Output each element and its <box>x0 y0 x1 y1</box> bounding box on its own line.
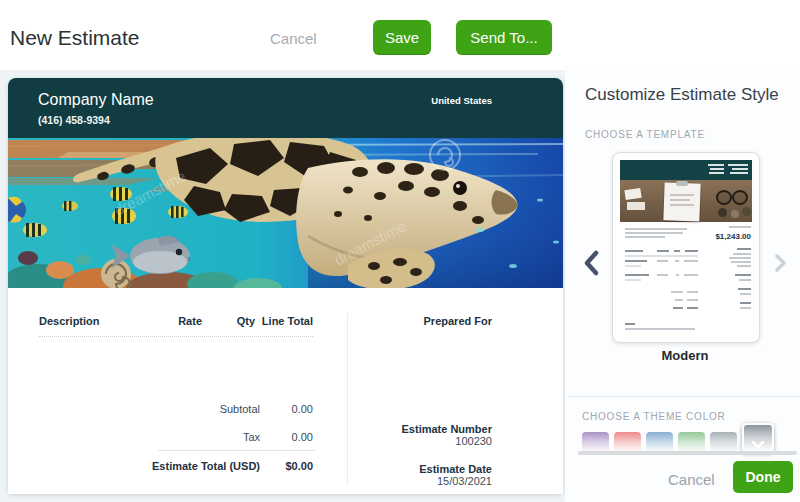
estimate-banner-photo[interactable]: < <box>8 138 563 288</box>
tax-value: 0.00 <box>263 431 313 443</box>
theme-swatch-slate[interactable] <box>742 423 774 453</box>
chevron-down-icon <box>751 441 765 449</box>
prepared-for-label[interactable]: Prepared For <box>358 315 492 327</box>
chevron-right-icon <box>773 253 787 273</box>
theme-swatch-purple[interactable] <box>582 432 609 453</box>
glasses-icon <box>716 190 732 205</box>
template-name: Modern <box>612 348 758 363</box>
theme-swatch-blue[interactable] <box>646 432 673 453</box>
column-description: Description <box>39 315 100 327</box>
theme-swatch-gray[interactable] <box>710 432 737 453</box>
table-header-rule <box>39 336 313 337</box>
customize-style-panel: Customize Estimate Style CHOOSE A TEMPLA… <box>565 65 800 502</box>
subtotal-label: Subtotal <box>140 403 260 415</box>
estimate-body: Description Rate Qty Line Total Subtotal… <box>8 288 563 494</box>
estimate-meta-column: Prepared For Estimate Number 100230 Esti… <box>358 315 492 487</box>
tax-label: Tax <box>140 431 260 443</box>
subtotal-value: 0.00 <box>263 403 313 415</box>
save-button[interactable]: Save <box>373 20 431 55</box>
estimate-total-value: $0.00 <box>263 460 313 472</box>
template-next-button[interactable] <box>773 253 787 273</box>
template-preview-card[interactable]: $1,243.00 <box>612 152 760 343</box>
theme-swatch-row <box>582 427 774 453</box>
section-divider <box>568 396 800 397</box>
company-phone[interactable]: (416) 458-9394 <box>38 114 110 126</box>
top-action-bar: New Estimate Cancel Save Send To... <box>0 0 800 70</box>
theme-swatch-red[interactable] <box>614 432 641 453</box>
theme-swatch-green[interactable] <box>678 432 705 453</box>
page-title: New Estimate <box>10 26 140 50</box>
chevron-left-icon <box>582 250 600 276</box>
column-rate: Rate <box>152 315 202 327</box>
new-estimate-page: New Estimate Cancel Save Send To... Comp… <box>0 0 800 502</box>
estimate-date-label: Estimate Date <box>358 463 492 475</box>
choose-template-label: CHOOSE A TEMPLATE <box>585 129 705 140</box>
panel-cancel-link[interactable]: Cancel <box>668 471 715 488</box>
panel-title: Customize Estimate Style <box>585 85 779 105</box>
estimate-header-band[interactable]: Company Name (416) 458-9394 United State… <box>8 78 563 138</box>
mini-header-band <box>620 160 752 180</box>
template-prev-button[interactable] <box>582 250 600 276</box>
mini-invoice-total: $1,243.00 <box>715 232 751 241</box>
estimate-preview-card: Company Name (416) 458-9394 United State… <box>8 78 563 494</box>
company-country[interactable]: United States <box>431 95 492 106</box>
company-name[interactable]: Company Name <box>38 91 154 109</box>
estimate-date-value[interactable]: 15/03/2021 <box>358 475 492 487</box>
cancel-link[interactable]: Cancel <box>270 30 317 47</box>
estimate-number-label: Estimate Number <box>358 423 492 435</box>
estimate-number-value[interactable]: 100230 <box>358 435 492 447</box>
swatch-row-shadow <box>578 451 797 455</box>
total-rule <box>158 450 315 451</box>
mini-desk-photo <box>620 180 752 222</box>
choose-color-label: CHOOSE A THEME COLOR <box>582 411 726 422</box>
underwater-turtle-photo-illustration: < <box>8 138 563 288</box>
estimate-total-label: Estimate Total (USD) <box>140 460 260 472</box>
column-divider <box>347 313 348 485</box>
send-to-button[interactable]: Send To... <box>456 20 552 55</box>
column-line-total: Line Total <box>233 315 313 327</box>
done-button[interactable]: Done <box>733 461 793 493</box>
